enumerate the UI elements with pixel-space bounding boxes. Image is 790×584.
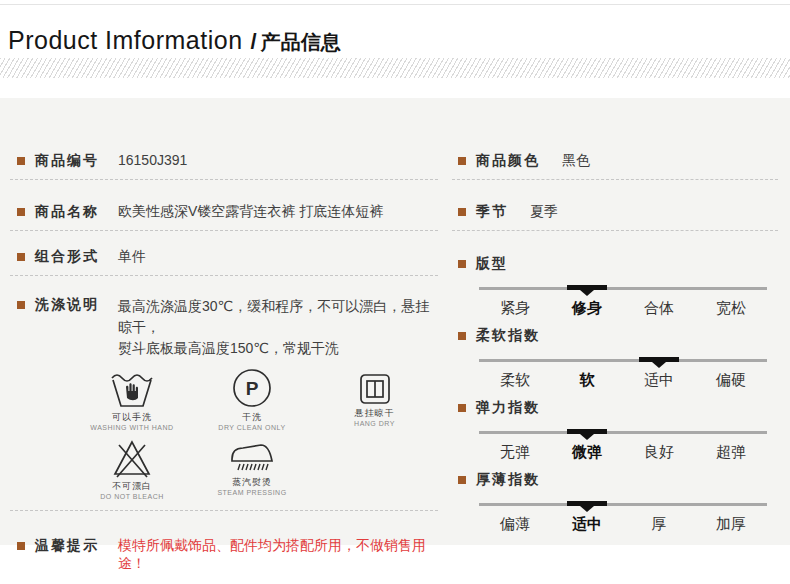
scale-track-line [479, 287, 767, 290]
care-icons-row2: 不可漂白 DO NOT BLEACH 蒸汽熨烫 STEAM [82, 434, 438, 501]
bullet-icon [458, 332, 466, 340]
marker-triangle-icon [652, 362, 666, 368]
page-title: Product Imformation/产品信息 [8, 26, 341, 56]
scale-track-line [479, 503, 767, 506]
scale-option: 适中 [623, 371, 695, 390]
product-name-value: 欧美性感深V镂空露背连衣裤 打底连体短裤 [118, 203, 383, 221]
product-name-row: 商品名称 欧美性感深V镂空露背连衣裤 打底连体短裤 [10, 180, 438, 231]
hatched-divider [0, 58, 790, 78]
fit-scale-section: 版型 紧身 修身 合体 宽松 [452, 255, 778, 318]
product-name-label: 商品名称 [35, 203, 118, 221]
scale-track-line [479, 359, 767, 362]
scale-marker [567, 285, 607, 290]
color-value: 黑色 [562, 152, 590, 170]
scale-option: 宽松 [695, 299, 767, 318]
bullet-icon [17, 542, 25, 550]
bullet-icon [17, 253, 25, 261]
bullet-icon [458, 208, 466, 216]
bullet-icon [17, 157, 25, 165]
dry-clean-label-cn: 干洗 [242, 412, 262, 423]
scale-option: 加厚 [695, 515, 767, 534]
scale-option: 柔软 [479, 371, 551, 390]
bullet-icon [17, 208, 25, 216]
dry-clean-icon: P [231, 365, 273, 409]
top-divider [0, 4, 790, 5]
care-icons: 可以手洗 WASHING WITH HAND P 干洗 DR [82, 365, 438, 501]
product-code-row: 商品编号 16150J391 [10, 98, 438, 180]
right-column: 商品颜色 黑色 季节 夏季 版型 紧身 修身 合体 [452, 98, 778, 534]
elasticity-scale-title: 弹力指数 [476, 399, 540, 417]
scale-options: 偏薄 适中 厚 加厚 [479, 515, 767, 534]
washing-instructions-row: 洗涤说明 最高洗涤温度30℃，缓和程序，不可以漂白，悬挂晾干， 熨斗底板最高温度… [10, 276, 438, 511]
dry-clean-label-en: DRY CLEAN ONLY [218, 424, 285, 432]
color-row: 商品颜色 黑色 [452, 98, 778, 180]
tips-row: 温馨提示 模特所佩戴饰品、配件均为搭配所用，不做销售用途！ [10, 511, 438, 582]
washing-content: 最高洗涤温度30℃，缓和程序，不可以漂白，悬挂晾干， 熨斗底板最高温度150℃，… [118, 296, 438, 501]
scale-option: 偏硬 [695, 371, 767, 390]
season-value: 夏季 [530, 203, 558, 221]
scale-marker [567, 429, 607, 434]
scale-track [479, 356, 767, 368]
page-title-cn: 产品信息 [261, 31, 341, 53]
combination-row: 组合形式 单件 [10, 231, 438, 276]
scale-options: 紧身 修身 合体 宽松 [479, 299, 767, 318]
scale-marker [567, 501, 607, 506]
scale-track [479, 428, 767, 440]
care-icon-hang-dry: 悬挂晾干 HANG DRY [322, 365, 427, 432]
product-code-label: 商品编号 [35, 152, 118, 170]
combination-value: 单件 [118, 248, 146, 266]
elasticity-scale-header: 弹力指数 [452, 399, 778, 417]
care-icon-hand-wash: 可以手洗 WASHING WITH HAND [82, 365, 182, 432]
steam-press-label-en: STEAM PRESSING [217, 489, 286, 497]
scale-marker [639, 357, 679, 362]
tips-label: 温馨提示 [35, 537, 118, 555]
scale-option: 紧身 [479, 299, 551, 318]
scale-option: 修身 [551, 299, 623, 318]
scale-option: 适中 [551, 515, 623, 534]
scale-options: 柔软 软 适中 偏硬 [479, 371, 767, 390]
bullet-icon [17, 301, 25, 309]
left-column: 商品编号 16150J391 商品名称 欧美性感深V镂空露背连衣裤 打底连体短裤… [10, 98, 438, 582]
softness-scale-header: 柔软指数 [452, 327, 778, 345]
fit-scale-header: 版型 [452, 255, 778, 273]
tips-value: 模特所佩戴饰品、配件均为搭配所用，不做销售用途！ [118, 537, 438, 573]
season-label: 季节 [476, 203, 508, 221]
washing-text-line2: 熨斗底板最高温度150℃，常规干洗 [118, 338, 438, 359]
combination-label: 组合形式 [35, 248, 118, 266]
hand-wash-label-cn: 可以手洗 [112, 412, 152, 423]
steam-press-icon [228, 434, 276, 474]
scale-option: 合体 [623, 299, 695, 318]
hang-dry-label-en: HANG DRY [354, 420, 395, 428]
hang-dry-label-cn: 悬挂晾干 [355, 408, 395, 419]
scale-option: 软 [551, 371, 623, 390]
care-icon-dry-clean: P 干洗 DRY CLEAN ONLY [182, 365, 322, 432]
hang-dry-icon [359, 365, 391, 405]
scale-options: 无弹 微弹 良好 超弹 [479, 443, 767, 462]
scale-option: 厚 [623, 515, 695, 534]
bullet-icon [458, 476, 466, 484]
scale-track [479, 500, 767, 512]
bullet-icon [458, 157, 466, 165]
marker-triangle-icon [580, 434, 594, 440]
page-title-en: Product Imformation [8, 26, 243, 54]
fit-scale-title: 版型 [476, 255, 508, 273]
page-title-separator: / [251, 29, 257, 54]
softness-scale-title: 柔软指数 [476, 327, 540, 345]
thickness-scale: 偏薄 适中 厚 加厚 [479, 500, 767, 534]
hand-wash-icon [110, 365, 154, 409]
steam-press-label-cn: 蒸汽熨烫 [232, 477, 272, 488]
bullet-icon [458, 404, 466, 412]
scale-option: 偏薄 [479, 515, 551, 534]
marker-triangle-icon [580, 506, 594, 512]
fit-scale: 紧身 修身 合体 宽松 [479, 284, 767, 318]
scale-option: 微弹 [551, 443, 623, 462]
color-label: 商品颜色 [476, 152, 540, 170]
care-icon-no-bleach: 不可漂白 DO NOT BLEACH [82, 434, 182, 501]
elasticity-scale-section: 弹力指数 无弹 微弹 良好 超弹 [452, 399, 778, 462]
thickness-scale-header: 厚薄指数 [452, 471, 778, 489]
hand-wash-label-en: WASHING WITH HAND [90, 424, 173, 432]
care-icons-row1: 可以手洗 WASHING WITH HAND P 干洗 DR [82, 365, 438, 432]
washing-text-line1: 最高洗涤温度30℃，缓和程序，不可以漂白，悬挂晾干， [118, 296, 438, 338]
washing-label: 洗涤说明 [35, 296, 118, 314]
no-bleach-label-en: DO NOT BLEACH [100, 493, 164, 501]
